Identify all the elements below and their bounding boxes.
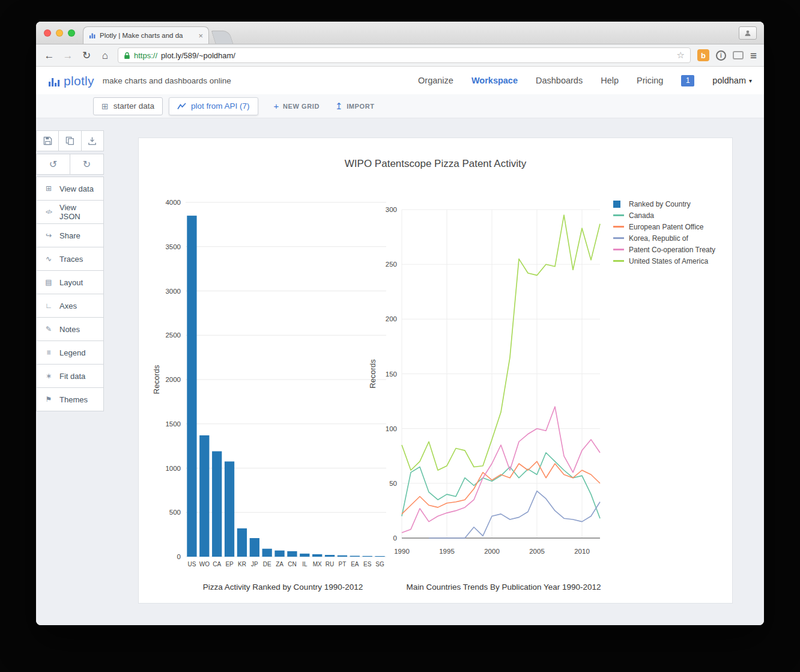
nav-workspace[interactable]: Workspace	[471, 76, 518, 85]
buffer-extension-icon[interactable]: b	[697, 49, 709, 61]
series-line-United States of America[interactable]	[402, 215, 600, 470]
fit-data-icon: ∗	[43, 372, 54, 380]
y-tick-label: 1500	[165, 420, 181, 428]
notification-badge[interactable]: 1	[681, 75, 694, 86]
new-tab-button[interactable]	[211, 31, 233, 44]
bar-DE[interactable]	[262, 549, 272, 557]
y-tick-label: 2500	[165, 331, 181, 339]
line-swatch-icon	[613, 249, 624, 250]
bar-EA[interactable]	[350, 556, 360, 557]
minimize-window-button[interactable]	[56, 29, 63, 37]
bar-ZA[interactable]	[274, 551, 284, 557]
x-tick-label: 2010	[574, 548, 590, 555]
x-tick-label: CN	[288, 561, 296, 568]
tab-plot-from-api[interactable]: plot from API (7)	[169, 97, 258, 115]
browser-menu-icon[interactable]: ≡	[750, 50, 757, 61]
sidebar-item-themes[interactable]: ⚑ Themes	[36, 387, 104, 411]
redo-button[interactable]: ↻	[70, 154, 104, 175]
legend-item[interactable]: Canada	[613, 210, 715, 221]
sidebar-item-notes[interactable]: ✎ Notes	[36, 317, 104, 341]
import-button[interactable]: ↥ IMPORT	[335, 101, 375, 110]
sidebar-item-layout[interactable]: ▤ Layout	[36, 270, 104, 294]
sidebar-item-view-data[interactable]: ⊞ View data	[36, 177, 104, 201]
x-tick-label: RU	[326, 561, 334, 568]
x-tick-label: US	[187, 561, 196, 568]
legend-item[interactable]: Patent Co-operation Treaty	[613, 244, 715, 255]
tab-starter-data[interactable]: ⊞ starter data	[93, 97, 163, 115]
copy-button[interactable]	[58, 130, 81, 151]
y-tick-label: 1000	[165, 465, 181, 472]
legend-item[interactable]: United States of America	[613, 255, 715, 267]
nav-organize[interactable]: Organize	[418, 76, 453, 85]
bar-chart[interactable]: 05001000150020002500300035004000USWOCAEP…	[151, 180, 403, 577]
sidebar-item-legend[interactable]: ≡ Legend	[36, 341, 104, 365]
bar-IL[interactable]	[300, 554, 309, 557]
series-line-Korea, Republic of[interactable]	[429, 491, 600, 538]
y-tick-label: 0	[177, 553, 181, 560]
x-tick-label: 2000	[484, 548, 500, 555]
bar-US[interactable]	[187, 216, 196, 557]
x-tick-label: JP	[251, 561, 258, 568]
line-chart-caption: Main Countries Trends By Publication Yea…	[388, 583, 619, 592]
sidebar-item-fit-data[interactable]: ∗ Fit data	[36, 364, 104, 388]
sidebar-item-view-json[interactable]: </> View JSON	[36, 200, 104, 224]
address-bar[interactable]: https://plot.ly/589/~poldham/ ☆	[118, 47, 691, 63]
pencil-icon: ✎	[43, 325, 54, 333]
legend-item[interactable]: European Patent Office	[613, 221, 715, 232]
nav-dashboards[interactable]: Dashboards	[536, 76, 583, 85]
close-window-button[interactable]	[44, 29, 51, 37]
sidebar-item-label: Layout	[59, 278, 83, 287]
bar-WO[interactable]	[199, 435, 209, 557]
browser-toolbar: ← → ↻ ⌂ https://plot.ly/589/~poldham/ ☆ …	[36, 44, 764, 67]
bar-PT[interactable]	[338, 555, 347, 557]
save-button[interactable]	[36, 130, 59, 151]
close-tab-icon[interactable]: ×	[198, 32, 203, 40]
copy-icon	[65, 136, 74, 145]
sidebar-item-traces[interactable]: ∿ Traces	[36, 247, 104, 271]
y-tick-label: 3500	[165, 243, 181, 250]
sidebar-item-share[interactable]: ↪ Share	[36, 223, 104, 247]
sidebar-item-label: Traces	[59, 255, 83, 264]
bar-CN[interactable]	[287, 551, 297, 557]
bar-KR[interactable]	[237, 528, 247, 557]
browser-tab[interactable]: Plotly | Make charts and da ×	[83, 26, 209, 44]
undo-button[interactable]: ↺	[36, 154, 70, 175]
forward-icon[interactable]: →	[62, 50, 74, 61]
extension-icon[interactable]	[733, 51, 744, 59]
home-icon[interactable]: ⌂	[99, 50, 111, 61]
plotly-favicon	[89, 32, 96, 39]
sidebar-item-axes[interactable]: ∟ Axes	[36, 294, 104, 318]
user-menu[interactable]: poldham ▾	[712, 76, 752, 85]
legend-item[interactable]: Ranked by Country	[613, 198, 715, 210]
y-tick-label: 200	[386, 315, 397, 322]
history-tool-row: ↺ ↻	[36, 154, 104, 175]
plot-canvas[interactable]: WIPO Patentscope Pizza Patent Activity 0…	[138, 138, 733, 604]
chart-legend[interactable]: Ranked by CountryCanadaEuropean Patent O…	[613, 198, 715, 267]
person-icon	[744, 29, 751, 37]
back-icon[interactable]: ←	[43, 50, 55, 61]
bookmark-star-icon[interactable]: ☆	[676, 50, 684, 61]
bar-CA[interactable]	[212, 451, 222, 557]
bar-MX[interactable]	[312, 554, 322, 557]
y-tick-label: 3000	[165, 288, 181, 295]
layout-page-icon: ▤	[43, 279, 54, 286]
new-grid-button[interactable]: + NEW GRID	[274, 101, 320, 110]
bar-JP[interactable]	[250, 538, 259, 557]
line-chart[interactable]: 19901995200020052010050100150200250300Re…	[367, 180, 607, 577]
nav-pricing[interactable]: Pricing	[637, 76, 663, 85]
reload-icon[interactable]: ↻	[80, 50, 92, 61]
legend-item[interactable]: Korea, Republic of	[613, 232, 715, 244]
zoom-window-button[interactable]	[68, 29, 75, 37]
info-extension-icon[interactable]: i	[716, 50, 726, 61]
nav-help[interactable]: Help	[601, 76, 619, 85]
series-line-European Patent Office[interactable]	[402, 461, 600, 514]
browser-window: Plotly | Make charts and da × ← → ↻ ⌂ ht…	[36, 22, 764, 625]
plotly-logo[interactable]: plotly	[48, 74, 94, 87]
profile-button[interactable]	[739, 26, 757, 40]
upload-icon: ↥	[335, 101, 343, 110]
axes-icon: ∟	[43, 302, 54, 309]
bar-EP[interactable]	[225, 461, 234, 557]
download-button[interactable]	[81, 130, 104, 151]
series-line-Canada[interactable]	[402, 453, 600, 518]
bar-RU[interactable]	[325, 555, 335, 557]
